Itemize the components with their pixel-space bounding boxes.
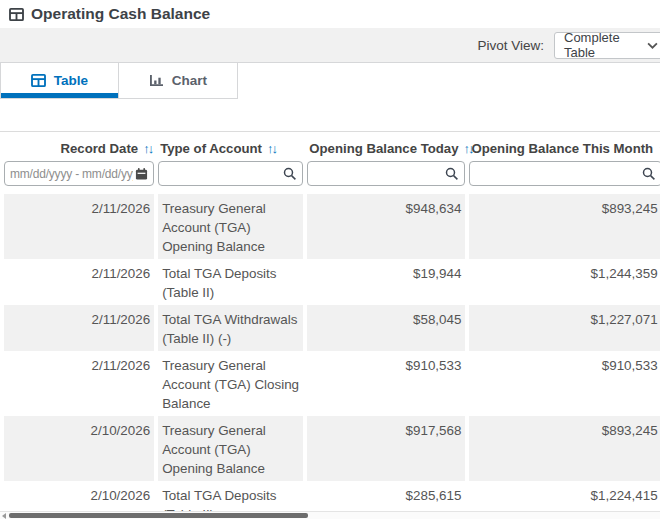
scroll-left-arrow-icon[interactable] bbox=[2, 513, 6, 519]
table-row: 2/11/2026 Treasury General Account (TGA)… bbox=[4, 351, 660, 416]
record-date-cell: 2/11/2026 bbox=[4, 194, 154, 259]
opening-balance-today-cell: $58,045 bbox=[307, 305, 465, 351]
opening-balance-today-cell: $948,634 bbox=[307, 194, 465, 259]
tab-table-label: Table bbox=[54, 73, 88, 88]
calendar-icon[interactable] bbox=[135, 167, 148, 180]
sort-icon[interactable]: ↑↓ bbox=[143, 141, 152, 156]
type-of-account-cell: Total TGA Deposits (Table II) bbox=[158, 259, 303, 305]
sort-icon[interactable]: ↑↓ bbox=[267, 141, 276, 156]
record-date-cell: 2/11/2026 bbox=[4, 305, 154, 351]
column-label: Record Date bbox=[60, 141, 138, 156]
table-icon bbox=[31, 74, 46, 87]
search-icon bbox=[283, 167, 297, 181]
table-icon bbox=[9, 8, 24, 21]
record-date-filter-input[interactable] bbox=[4, 161, 154, 186]
opening-balance-this-month-cell: $1,244,359 bbox=[469, 259, 660, 305]
type-of-account-cell: Treasury General Account (TGA) Opening B… bbox=[158, 194, 303, 259]
view-tabs: Table Chart bbox=[0, 63, 660, 99]
header-row: Record Date↑↓ Type of Account↑↓ Opening … bbox=[4, 132, 660, 161]
data-table: Record Date↑↓ Type of Account↑↓ Opening … bbox=[0, 132, 660, 519]
type-of-account-filter bbox=[158, 161, 303, 186]
opening-balance-today-cell: $917,568 bbox=[307, 416, 465, 481]
tab-table[interactable]: Table bbox=[0, 63, 119, 99]
type-of-account-cell: Treasury General Account (TGA) Closing B… bbox=[158, 351, 303, 416]
filter-row bbox=[4, 161, 660, 194]
opening-balance-this-month-cell: $1,227,071 bbox=[469, 305, 660, 351]
data-table-container: Record Date↑↓ Type of Account↑↓ Opening … bbox=[0, 131, 660, 519]
opening-balance-today-cell: $910,533 bbox=[307, 351, 465, 416]
table-row: 2/11/2026 Total TGA Withdrawals (Table I… bbox=[4, 305, 660, 351]
record-date-cell: 2/11/2026 bbox=[4, 351, 154, 416]
pivot-view-select[interactable]: Complete Table bbox=[554, 32, 660, 59]
opening-balance-this-month-filter bbox=[469, 161, 660, 186]
page-title: Operating Cash Balance bbox=[31, 5, 210, 23]
type-of-account-filter-input[interactable] bbox=[158, 161, 303, 186]
table-row: 2/10/2026 Treasury General Account (TGA)… bbox=[4, 416, 660, 481]
horizontal-scrollbar[interactable] bbox=[0, 511, 660, 519]
column-header-type-of-account[interactable]: Type of Account↑↓ bbox=[158, 132, 303, 161]
record-date-cell: 2/11/2026 bbox=[4, 259, 154, 305]
table-row: 2/11/2026 Total TGA Deposits (Table II) … bbox=[4, 259, 660, 305]
opening-balance-this-month-filter-input[interactable] bbox=[469, 161, 660, 186]
chart-icon bbox=[149, 74, 164, 87]
tab-chart[interactable]: Chart bbox=[119, 63, 238, 99]
scrollbar-thumb[interactable] bbox=[9, 513, 308, 518]
record-date-cell: 2/10/2026 bbox=[4, 416, 154, 481]
type-of-account-cell: Treasury General Account (TGA) Opening B… bbox=[158, 416, 303, 481]
column-header-opening-balance-this-month[interactable]: Opening Balance This Month↑↓ bbox=[469, 132, 660, 161]
record-date-filter bbox=[4, 161, 154, 186]
column-label: Type of Account bbox=[160, 141, 262, 156]
search-icon bbox=[445, 167, 459, 181]
search-icon bbox=[642, 167, 656, 181]
opening-balance-today-filter bbox=[307, 161, 465, 186]
opening-balance-today-cell: $19,944 bbox=[307, 259, 465, 305]
pivot-bar: Pivot View: Complete Table bbox=[0, 28, 660, 63]
column-header-opening-balance-today[interactable]: Opening Balance Today↑↓ bbox=[307, 132, 465, 161]
column-header-record-date[interactable]: Record Date↑↓ bbox=[4, 132, 154, 161]
pivot-view-label: Pivot View: bbox=[477, 38, 544, 53]
column-label: Opening Balance This Month bbox=[471, 141, 653, 156]
opening-balance-today-filter-input[interactable] bbox=[307, 161, 465, 186]
chevron-down-icon bbox=[647, 42, 658, 49]
tab-chart-label: Chart bbox=[172, 73, 207, 88]
pivot-view-value: Complete Table bbox=[564, 30, 647, 60]
opening-balance-this-month-cell: $893,245 bbox=[469, 194, 660, 259]
type-of-account-cell: Total TGA Withdrawals (Table II) (-) bbox=[158, 305, 303, 351]
column-label: Opening Balance Today bbox=[309, 141, 458, 156]
page-header: Operating Cash Balance bbox=[0, 0, 660, 28]
opening-balance-this-month-cell: $910,533 bbox=[469, 351, 660, 416]
opening-balance-this-month-cell: $893,245 bbox=[469, 416, 660, 481]
table-row: 2/11/2026 Treasury General Account (TGA)… bbox=[4, 194, 660, 259]
